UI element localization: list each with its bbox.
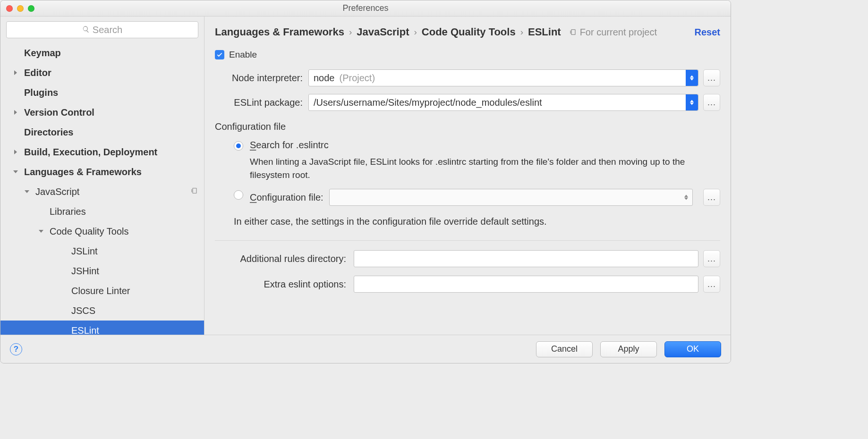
node-interpreter-row: Node interpreter: node (Project) ... [215, 69, 720, 86]
extra-opts-input[interactable] [354, 276, 698, 293]
configuration-note: In either case, the settings in the conf… [234, 216, 720, 227]
chevron-right-icon: › [414, 27, 417, 37]
chevron-right-icon: › [520, 27, 523, 37]
help-button[interactable]: ? [10, 343, 22, 355]
reset-button[interactable]: Reset [695, 27, 720, 38]
chevron-right-icon: › [349, 27, 352, 37]
main-panel: Languages & Frameworks › JavaScript › Co… [204, 17, 731, 335]
configuration-file-title: Configuration file [215, 121, 720, 132]
node-interpreter-sub: (Project) [340, 73, 375, 84]
rules-dir-input[interactable] [354, 250, 698, 267]
tree-item-jslint[interactable]: JSLint [0, 241, 204, 261]
config-file-radio[interactable] [234, 190, 243, 200]
crumb-languages-frameworks[interactable]: Languages & Frameworks [215, 26, 344, 38]
titlebar: Preferences [0, 0, 731, 17]
project-scope-icon [570, 28, 577, 36]
footer: ? Cancel Apply OK [0, 335, 731, 363]
tree-item-version-control[interactable]: Version Control [0, 102, 204, 122]
tree-item-closure-linter[interactable]: Closure Linter [0, 281, 204, 301]
search-radio-row: Search for .eslintrc When linting a Java… [234, 140, 720, 181]
tree-item-code-quality-tools[interactable]: Code Quality Tools [0, 221, 204, 241]
search-radio-label: Search for .eslintrc [250, 140, 720, 151]
chevron-right-icon[interactable] [12, 70, 19, 75]
eslint-package-value: /Users/username/Sites/myproject/node_mod… [314, 97, 542, 108]
tree-item-jshint[interactable]: JSHint [0, 261, 204, 281]
config-file-radio-label: Configuration file: [250, 192, 323, 203]
apply-button[interactable]: Apply [600, 341, 657, 357]
close-window-button[interactable] [6, 5, 13, 12]
search-input[interactable]: Search [6, 21, 198, 38]
configuration-file-group: Configuration file Search for .eslintrc … [215, 121, 720, 227]
body: Search Keymap Editor Plugins Version Con… [0, 17, 731, 335]
tree-item-build-execution-deployment[interactable]: Build, Execution, Deployment [0, 142, 204, 162]
tree-item-libraries[interactable]: Libraries [0, 202, 204, 221]
search-placeholder: Search [93, 25, 122, 35]
rules-dir-label: Additional rules directory: [215, 253, 354, 264]
eslint-package-row: ESLint package: /Users/username/Sites/my… [215, 94, 720, 111]
chevron-down-icon[interactable] [23, 189, 31, 194]
search-wrap: Search [0, 17, 204, 43]
settings-tree: Keymap Editor Plugins Version Control Di… [0, 43, 204, 335]
eslint-package-label: ESLint package: [215, 97, 308, 108]
rules-dir-browse-button[interactable]: ... [703, 250, 720, 267]
tree-item-editor[interactable]: Editor [0, 63, 204, 83]
dropdown-icon [680, 189, 692, 205]
chevron-down-icon[interactable] [37, 229, 45, 234]
window-title: Preferences [342, 3, 388, 13]
chevron-down-icon[interactable] [12, 169, 19, 174]
project-scope-icon [191, 186, 198, 197]
node-interpreter-value: node [314, 73, 335, 84]
eslint-package-browse-button[interactable]: ... [703, 94, 720, 111]
preferences-window: Preferences Search Keymap Editor [0, 0, 731, 363]
search-radio[interactable] [234, 141, 243, 151]
enable-row: Enable [215, 50, 720, 60]
node-interpreter-browse-button[interactable]: ... [703, 69, 720, 86]
crumb-eslint: ESLint [528, 26, 561, 38]
tree-item-directories[interactable]: Directories [0, 122, 204, 142]
dropdown-icon [686, 94, 698, 110]
extra-opts-label: Extra eslint options: [215, 279, 354, 290]
divider [215, 240, 720, 241]
config-file-radio-row: Configuration file: ... [234, 189, 720, 206]
enable-checkbox[interactable] [215, 50, 224, 59]
node-interpreter-label: Node interpreter: [215, 73, 308, 84]
window-controls [6, 5, 34, 12]
tree-item-keymap[interactable]: Keymap [0, 43, 204, 63]
tree-item-plugins[interactable]: Plugins [0, 83, 204, 102]
chevron-right-icon[interactable] [12, 150, 19, 154]
cancel-button[interactable]: Cancel [536, 341, 593, 357]
scope-note: For current project [570, 27, 657, 38]
search-icon [82, 25, 93, 35]
tree-item-eslint[interactable]: ESLint [0, 321, 204, 335]
sidebar: Search Keymap Editor Plugins Version Con… [0, 17, 204, 335]
rules-dir-row: Additional rules directory: ... [215, 250, 720, 267]
minimize-window-button[interactable] [17, 5, 24, 12]
crumb-code-quality-tools[interactable]: Code Quality Tools [422, 26, 516, 38]
settings-form: Enable Node interpreter: node (Project) … [215, 50, 720, 301]
breadcrumbs: Languages & Frameworks › JavaScript › Co… [215, 26, 720, 38]
node-interpreter-select[interactable]: node (Project) [308, 69, 698, 86]
enable-label: Enable [229, 50, 257, 60]
zoom-window-button[interactable] [28, 5, 34, 12]
tree-item-jscs[interactable]: JSCS [0, 301, 204, 321]
tree-item-languages-frameworks[interactable]: Languages & Frameworks [0, 162, 204, 182]
ok-button[interactable]: OK [664, 341, 721, 357]
tree-item-javascript[interactable]: JavaScript [0, 182, 204, 202]
extra-opts-row: Extra eslint options: ... [215, 276, 720, 293]
dropdown-icon [686, 70, 698, 86]
config-file-browse-button[interactable]: ... [703, 189, 720, 206]
eslint-package-select[interactable]: /Users/username/Sites/myproject/node_mod… [308, 94, 698, 111]
search-radio-description: When linting a JavaScript file, ESLint l… [250, 155, 720, 181]
extra-opts-browse-button[interactable]: ... [703, 276, 720, 293]
chevron-right-icon[interactable] [12, 110, 19, 115]
check-icon [216, 51, 223, 58]
config-file-select[interactable] [329, 189, 693, 206]
crumb-javascript[interactable]: JavaScript [357, 26, 409, 38]
